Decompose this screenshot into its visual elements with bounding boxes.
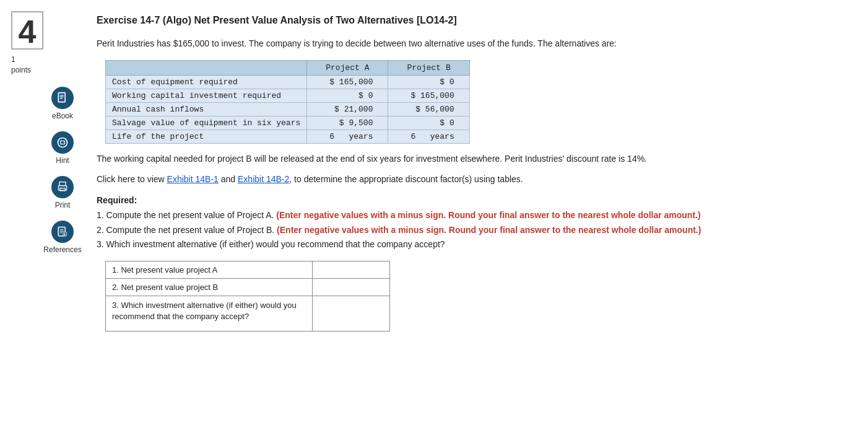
- table-row: Life of the project 6 years 6 years: [106, 130, 470, 144]
- working-capital-note: The working capital needed for project B…: [97, 152, 843, 165]
- required-section: Required: 1. Compute the net present val…: [97, 193, 843, 252]
- row2-projectB: $ 165,000: [388, 89, 469, 103]
- answer-row-2: 2. Net present value project B: [106, 279, 390, 296]
- points-text: points: [11, 65, 31, 76]
- svg-rect-0: [58, 93, 65, 102]
- sidebar: eBook Hint Print: [37, 0, 88, 435]
- row4-projectB: $ 0: [388, 116, 469, 130]
- table-row: Cost of equipment required $ 165,000 $ 0: [106, 76, 470, 89]
- table-row: Working capital investment required $ 0 …: [106, 89, 470, 103]
- req1-number: 1.: [97, 210, 106, 220]
- row5-projectA: 6 years: [307, 130, 388, 144]
- row5-label: Life of the project: [106, 130, 307, 144]
- required-label: Required:: [97, 195, 137, 205]
- req1-text-plain: Compute the net present value of Project…: [106, 210, 277, 220]
- print-label: Print: [55, 201, 71, 209]
- exhibit2-link[interactable]: Exhibit 14B-2: [238, 174, 289, 184]
- exhibit-connector: and: [219, 174, 238, 184]
- answer-input-cell-3[interactable]: [312, 296, 389, 332]
- sidebar-item-print[interactable]: Print: [51, 176, 74, 209]
- row3-projectB: $ 56,000: [388, 103, 469, 116]
- points-value: 1: [11, 55, 31, 65]
- req2-text-red: (Enter negative values with a minus sign…: [277, 225, 701, 235]
- table-header-projectB: Project B: [388, 61, 469, 76]
- exercise-title: Exercise 14-7 (Algo) Net Present Value A…: [97, 15, 843, 26]
- row4-projectA: $ 9,500: [307, 116, 388, 130]
- table-row: Salvage value of equipment in six years …: [106, 116, 470, 130]
- svg-rect-9: [59, 182, 66, 186]
- ebook-label: eBook: [52, 112, 73, 120]
- svg-rect-11: [60, 188, 65, 191]
- exhibits-suffix: , to determine the appropriate discount …: [289, 174, 523, 184]
- table-header-label: [106, 61, 307, 76]
- answer-input-cell-2[interactable]: [312, 279, 389, 296]
- svg-point-4: [58, 138, 67, 147]
- data-table: Project A Project B Cost of equipment re…: [105, 60, 470, 144]
- answer-row-3: 3. Which investment alternative (if eith…: [106, 296, 390, 332]
- row3-projectA: $ 21,000: [307, 103, 388, 116]
- row1-projectB: $ 0: [388, 76, 469, 89]
- print-icon: [51, 176, 74, 198]
- row1-label: Cost of equipment required: [106, 76, 307, 89]
- row3-label: Annual cash inflows: [106, 103, 307, 116]
- sidebar-item-ebook[interactable]: eBook: [51, 87, 74, 120]
- row1-projectA: $ 165,000: [307, 76, 388, 89]
- answer-input-3[interactable]: [319, 300, 383, 327]
- hint-label: Hint: [56, 156, 69, 165]
- sidebar-item-hint[interactable]: Hint: [51, 131, 74, 165]
- hint-icon: [51, 131, 74, 154]
- references-label: References: [43, 245, 81, 254]
- req3-number: 3.: [97, 239, 106, 249]
- intro-paragraph: Perit Industries has $165,000 to invest.…: [97, 37, 843, 50]
- req3-text-plain: Which investment alternative (if either)…: [106, 239, 445, 249]
- answer-row-1: 1. Net present value project A: [106, 261, 390, 279]
- answer-question-2: 2. Net present value project B: [106, 279, 313, 296]
- answer-question-1: 1. Net present value project A: [106, 261, 313, 279]
- answer-input-1[interactable]: [319, 265, 383, 275]
- references-icon: [51, 221, 74, 243]
- row4-label: Salvage value of equipment in six years: [106, 116, 307, 130]
- row5-projectB: 6 years: [388, 130, 469, 144]
- row2-label: Working capital investment required: [106, 89, 307, 103]
- req2-text-plain: Compute the net present value of Project…: [106, 225, 277, 235]
- exhibits-prefix: Click here to view: [97, 174, 167, 184]
- req1-text-red: (Enter negative values with a minus sign…: [276, 210, 700, 220]
- ebook-icon: [51, 87, 74, 109]
- answer-input-cell-1[interactable]: [312, 261, 389, 279]
- row2-projectA: $ 0: [307, 89, 388, 103]
- exhibits-paragraph: Click here to view Exhibit 14B-1 and Exh…: [97, 173, 843, 186]
- table-header-projectA: Project A: [307, 61, 388, 76]
- sidebar-item-references[interactable]: References: [43, 221, 81, 254]
- answer-question-3: 3. Which investment alternative (if eith…: [106, 296, 313, 332]
- answer-table: 1. Net present value project A 2. Net pr…: [105, 261, 390, 332]
- exhibit1-link[interactable]: Exhibit 14B-1: [167, 174, 219, 184]
- req2-number: 2.: [97, 225, 106, 235]
- main-content: Exercise 14-7 (Algo) Net Present Value A…: [88, 0, 868, 435]
- answer-input-2[interactable]: [319, 283, 383, 292]
- table-row: Annual cash inflows $ 21,000 $ 56,000: [106, 103, 470, 116]
